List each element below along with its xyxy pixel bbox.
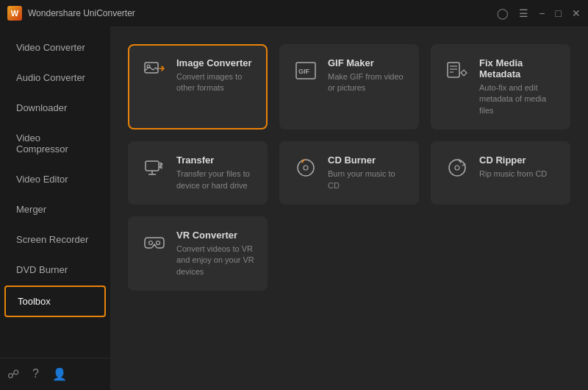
transfer-desc: Transfer your files to device or hard dr… [176, 169, 254, 191]
tool-card-transfer[interactable]: Transfer Transfer your files to device o… [128, 141, 268, 205]
sidebar-item-toolbox[interactable]: Toolbox [4, 286, 106, 317]
cd-ripper-text: CD Ripper Rip music from CD [479, 155, 547, 180]
tool-card-image-converter[interactable]: Image Converter Convert images to other … [128, 44, 268, 130]
sidebar-item-audio-converter[interactable]: Audio Converter [4, 63, 106, 92]
cd-ripper-desc: Rip music from CD [479, 169, 547, 180]
sidebar-item-screen-recorder[interactable]: Screen Recorder [4, 225, 106, 254]
svg-rect-4 [448, 63, 459, 77]
sidebar-footer: ☍ ? 👤 [0, 358, 110, 390]
vr-converter-desc: Convert videos to VR and enjoy on your V… [176, 244, 254, 277]
cd-burner-title: CD Burner [328, 155, 406, 166]
tool-card-gif-maker[interactable]: GIF GIF Maker Make GIF from video or pic… [279, 44, 419, 130]
image-converter-title: Image Converter [176, 57, 254, 68]
maximize-icon[interactable]: □ [556, 7, 562, 19]
app-logo: W [7, 6, 22, 21]
cd-ripper-icon [444, 155, 470, 181]
toolbox-content: Image Converter Convert images to other … [110, 26, 588, 390]
main-layout: Video Converter Audio Converter Download… [0, 26, 588, 390]
svg-point-14 [455, 166, 459, 170]
svg-point-15 [149, 241, 153, 244]
svg-rect-8 [146, 161, 159, 171]
sidebar-item-merger[interactable]: Merger [4, 195, 106, 224]
svg-point-12 [304, 166, 308, 170]
transfer-text: Transfer Transfer your files to device o… [176, 155, 254, 191]
help-icon[interactable]: ? [32, 367, 39, 381]
tool-card-cd-ripper[interactable]: CD Ripper Rip music from CD [431, 141, 570, 205]
close-icon[interactable]: ✕ [572, 7, 581, 19]
cd-burner-icon [293, 155, 319, 181]
transfer-title: Transfer [176, 155, 254, 166]
svg-point-11 [298, 160, 314, 176]
fix-media-metadata-text: Fix Media Metadata Auto-fix and edit met… [479, 57, 557, 116]
svg-text:GIF: GIF [298, 68, 310, 75]
sidebar-item-video-editor[interactable]: Video Editor [4, 165, 106, 194]
fix-media-metadata-desc: Auto-fix and edit metadata of media file… [479, 82, 557, 116]
minimize-icon[interactable]: − [539, 7, 545, 19]
fix-media-metadata-icon [444, 57, 470, 84]
cd-burner-text: CD Burner Burn your music to CD [328, 155, 406, 191]
image-converter-desc: Convert images to other formats [176, 71, 254, 94]
vr-converter-icon [141, 230, 168, 256]
sidebar-item-downloader[interactable]: Downloader [4, 93, 106, 122]
fix-media-metadata-title: Fix Media Metadata [479, 57, 557, 79]
profile-icon[interactable]: ◯ [497, 7, 509, 19]
cd-burner-desc: Burn your music to CD [328, 169, 406, 191]
title-bar: W Wondershare UniConverter ◯ ☰ − □ ✕ [0, 0, 588, 26]
transfer-icon [141, 155, 168, 181]
gif-maker-desc: Make GIF from video or pictures [328, 71, 406, 94]
app-title: Wondershare UniConverter [28, 8, 135, 18]
tool-card-vr-converter[interactable]: VR Converter Convert videos to VR and en… [128, 216, 268, 291]
bookmark-icon[interactable]: ☍ [7, 367, 19, 381]
cd-ripper-title: CD Ripper [479, 155, 547, 166]
sidebar-item-video-converter[interactable]: Video Converter [4, 33, 106, 62]
gif-maker-text: GIF Maker Make GIF from video or picture… [328, 57, 406, 94]
user-icon[interactable]: 👤 [52, 367, 67, 381]
svg-point-13 [449, 160, 465, 176]
sidebar-item-video-compressor[interactable]: Video Compressor [4, 124, 106, 163]
gif-maker-title: GIF Maker [328, 57, 406, 68]
vr-converter-title: VR Converter [176, 230, 254, 241]
image-converter-text: Image Converter Convert images to other … [176, 57, 254, 94]
vr-converter-text: VR Converter Convert videos to VR and en… [176, 230, 254, 277]
title-bar-left: W Wondershare UniConverter [7, 6, 135, 21]
tool-card-cd-burner[interactable]: CD Burner Burn your music to CD [279, 141, 419, 205]
menu-icon[interactable]: ☰ [519, 7, 528, 19]
image-converter-icon [141, 57, 168, 84]
sidebar-item-dvd-burner[interactable]: DVD Burner [4, 255, 106, 284]
sidebar: Video Converter Audio Converter Download… [0, 26, 110, 390]
title-bar-controls: ◯ ☰ − □ ✕ [497, 7, 581, 19]
svg-point-16 [157, 241, 160, 244]
tool-card-fix-media-metadata[interactable]: Fix Media Metadata Auto-fix and edit met… [431, 44, 570, 130]
gif-maker-icon: GIF [293, 57, 319, 84]
